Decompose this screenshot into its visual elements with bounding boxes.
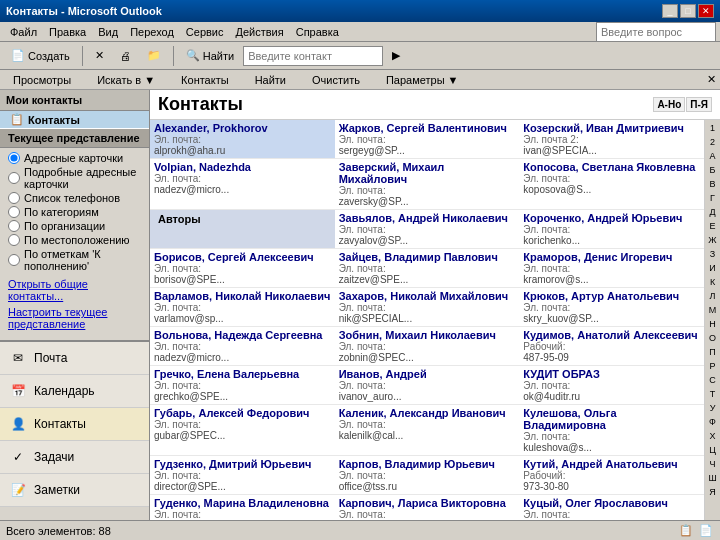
- alpha-s[interactable]: С: [707, 374, 718, 387]
- view-phone-list[interactable]: Список телефонов: [0, 191, 149, 205]
- contact-cell[interactable]: Заверский, Михаил Михайлович Эл. почта: …: [335, 159, 520, 210]
- contact-cell[interactable]: Зобнин, Михаил Николаевич Эл. почта: zob…: [335, 327, 520, 366]
- menu-edit[interactable]: Правка: [43, 24, 92, 40]
- alpha-i[interactable]: И: [707, 262, 717, 275]
- contact-cell[interactable]: Варламов, Николай Николаевич Эл. почта: …: [150, 288, 335, 327]
- search-go-button[interactable]: ▶: [385, 45, 407, 67]
- nav-find[interactable]: Найти: [246, 72, 295, 88]
- contact-cell[interactable]: Краморов, Денис Игоревич Эл. почта: kram…: [519, 249, 704, 288]
- alpha-h[interactable]: Х: [707, 430, 717, 443]
- nav-mail[interactable]: ✉ Почта: [0, 342, 149, 375]
- menu-service[interactable]: Сервис: [180, 24, 230, 40]
- contact-cell[interactable]: Завьялов, Андрей Николаевич Эл. почта: z…: [335, 210, 520, 249]
- alpha-r[interactable]: Р: [707, 360, 717, 373]
- contact-cell[interactable]: Гуденко, Марина Владиленовна Эл. почта: …: [150, 495, 335, 521]
- nav-contacts[interactable]: 👤 Контакты: [0, 408, 149, 441]
- alpha-a-no[interactable]: А-Но: [653, 97, 685, 112]
- contact-cell[interactable]: Козерский, Иван Дмитриевич Эл. почта 2: …: [519, 120, 704, 159]
- menu-file[interactable]: Файл: [4, 24, 43, 40]
- contact-cell[interactable]: Куцый, Олег Ярославович Эл. почта: kutzy…: [519, 495, 704, 521]
- alpha-sh[interactable]: Ш: [706, 472, 718, 485]
- alpha-1[interactable]: 1: [708, 122, 717, 135]
- nav-calendar[interactable]: 📅 Календарь: [0, 375, 149, 408]
- alpha-m[interactable]: М: [707, 304, 719, 317]
- find-button[interactable]: 🔍 Найти: [179, 45, 241, 67]
- contact-cell[interactable]: Каленик, Александр Иванович Эл. почта: k…: [335, 405, 520, 456]
- contact-cell[interactable]: Короченко, Андрей Юрьевич Эл. почта: kor…: [519, 210, 704, 249]
- contact-cell[interactable]: Гречко, Елена Валерьевна Эл. почта: grec…: [150, 366, 335, 405]
- alpha-z[interactable]: З: [708, 248, 717, 261]
- alpha-p-ya[interactable]: П-Я: [686, 97, 712, 112]
- nav-contacts[interactable]: Контакты: [172, 72, 238, 88]
- contact-cell[interactable]: Вольнова, Надежда Сергеевна Эл. почта: n…: [150, 327, 335, 366]
- nav-views[interactable]: Просмотры: [4, 72, 80, 88]
- view-by-category[interactable]: По категориям: [0, 205, 149, 219]
- nav-clear[interactable]: Очистить: [303, 72, 369, 88]
- nav-params[interactable]: Параметры ▼: [377, 72, 468, 88]
- contact-cell[interactable]: Иванов, Андрей Эл. почта: ivanov_auro...: [335, 366, 520, 405]
- contact-cell[interactable]: Крюков, Артур Анатольевич Эл. почта: skr…: [519, 288, 704, 327]
- alpha-ch[interactable]: Ч: [708, 458, 718, 471]
- alpha-u[interactable]: У: [708, 402, 718, 415]
- close-button[interactable]: ✕: [698, 4, 714, 18]
- menu-help[interactable]: Справка: [290, 24, 345, 40]
- alpha-o[interactable]: О: [707, 332, 718, 345]
- alpha-ts[interactable]: Ц: [707, 444, 718, 457]
- open-shared-contacts-link[interactable]: Открыть общие контакты...: [0, 276, 149, 304]
- delete-button[interactable]: ✕: [88, 45, 111, 67]
- menu-view[interactable]: Вид: [92, 24, 124, 40]
- contact-cell[interactable]: Карпович, Лариса Викторовна Эл. почта: k…: [335, 495, 520, 521]
- customize-view-link[interactable]: Настроить текущее представление: [0, 304, 149, 332]
- contact-cell[interactable]: Гудзенко, Дмитрий Юрьевич Эл. почта: dir…: [150, 456, 335, 495]
- alpha-d[interactable]: Д: [707, 206, 717, 219]
- alpha-zh[interactable]: Ж: [706, 234, 718, 247]
- contact-cell[interactable]: Зайцев, Владимир Павлович Эл. почта: zai…: [335, 249, 520, 288]
- alpha-e[interactable]: Е: [707, 220, 717, 233]
- view-by-org[interactable]: По организации: [0, 219, 149, 233]
- contact-cell[interactable]: Volpian, Nadezhda Эл. почта: nadezv@micr…: [150, 159, 335, 210]
- maximize-button[interactable]: □: [680, 4, 696, 18]
- alpha-ya[interactable]: Я: [707, 486, 718, 499]
- alpha-v[interactable]: В: [707, 178, 717, 191]
- contact-name: Зайцев, Владимир Павлович: [339, 251, 516, 263]
- alpha-p[interactable]: П: [707, 346, 717, 359]
- help-input[interactable]: [596, 22, 716, 42]
- move-button[interactable]: 📁: [140, 45, 168, 67]
- alpha-a[interactable]: А: [707, 150, 717, 163]
- nav-notes[interactable]: 📝 Заметки: [0, 474, 149, 507]
- view-by-flag[interactable]: По отметкам 'К пополнению': [0, 247, 149, 273]
- contact-cell[interactable]: Кудимов, Анатолий Алексеевич Рабочий: 48…: [519, 327, 704, 366]
- alpha-n[interactable]: Н: [707, 318, 718, 331]
- alpha-g[interactable]: Г: [708, 192, 717, 205]
- contact-cell[interactable]: Кулешова, Ольга Владимировна Эл. почта: …: [519, 405, 704, 456]
- alpha-t[interactable]: Т: [708, 388, 718, 401]
- create-button[interactable]: 📄 Создать: [4, 45, 77, 67]
- contact-cell[interactable]: Борисов, Сергей Алексеевич Эл. почта: bo…: [150, 249, 335, 288]
- alpha-f[interactable]: Ф: [707, 416, 718, 429]
- nav-search-in[interactable]: Искать в ▼: [88, 72, 164, 88]
- contact-cell[interactable]: Губарь, Алексей Федорович Эл. почта: gub…: [150, 405, 335, 456]
- contact-cell[interactable]: Карпов, Владимир Юрьевич Эл. почта: offi…: [335, 456, 520, 495]
- sidebar-contacts-item[interactable]: 📋 Контакты: [0, 111, 149, 128]
- contact-cell[interactable]: Копосова, Светлана Яковлевна Эл. почта: …: [519, 159, 704, 210]
- print-button[interactable]: 🖨: [113, 45, 138, 67]
- contact-cell[interactable]: КУДИТ ОБРАЗ Эл. почта: ok@4uditr.ru: [519, 366, 704, 405]
- alpha-l[interactable]: Л: [708, 290, 718, 303]
- alpha-2[interactable]: 2: [708, 136, 717, 149]
- contact-cell[interactable]: Захаров, Николай Михайлович Эл. почта: n…: [335, 288, 520, 327]
- nav-close-icon[interactable]: ✕: [707, 73, 716, 86]
- contact-search-input[interactable]: [243, 46, 383, 66]
- view-by-location[interactable]: По местоположению: [0, 233, 149, 247]
- alpha-b[interactable]: Б: [708, 164, 718, 177]
- contact-cell[interactable]: Жарков, Сергей Валентинович Эл. почта: s…: [335, 120, 520, 159]
- view-detailed-cards[interactable]: Подробные адресные карточки: [0, 165, 149, 191]
- view-address-cards[interactable]: Адресные карточки: [0, 151, 149, 165]
- minimize-button[interactable]: _: [662, 4, 678, 18]
- contact-cell[interactable]: Авторы: [150, 210, 335, 249]
- menu-actions[interactable]: Действия: [230, 24, 290, 40]
- alpha-k[interactable]: К: [708, 276, 717, 289]
- nav-tasks[interactable]: ✓ Задачи: [0, 441, 149, 474]
- contact-cell[interactable]: Alexander, Prokhorov Эл. почта: alprokh@…: [150, 120, 335, 159]
- menu-go[interactable]: Переход: [124, 24, 180, 40]
- contact-cell[interactable]: Кутий, Андрей Анатольевич Рабочий: 973-3…: [519, 456, 704, 495]
